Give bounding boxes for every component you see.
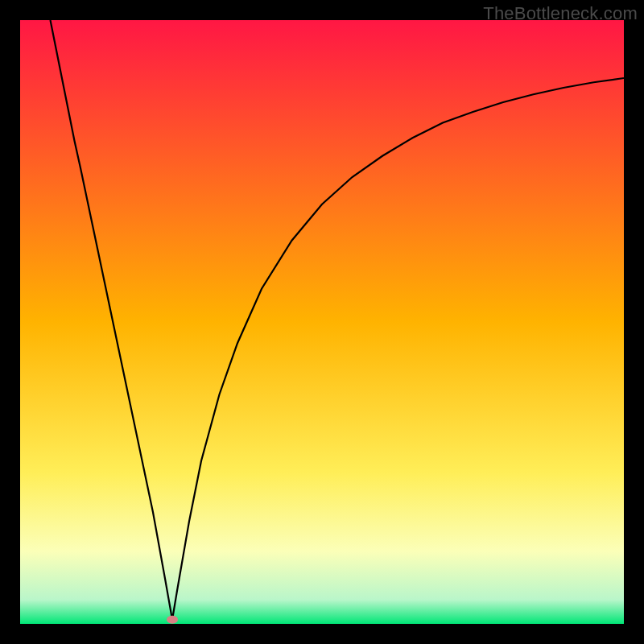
- minimum-marker: [167, 616, 178, 624]
- chart-frame: TheBottleneck.com: [0, 0, 644, 644]
- bottleneck-chart: [20, 20, 624, 624]
- chart-plot-area: [20, 20, 624, 624]
- gradient-background: [20, 20, 624, 624]
